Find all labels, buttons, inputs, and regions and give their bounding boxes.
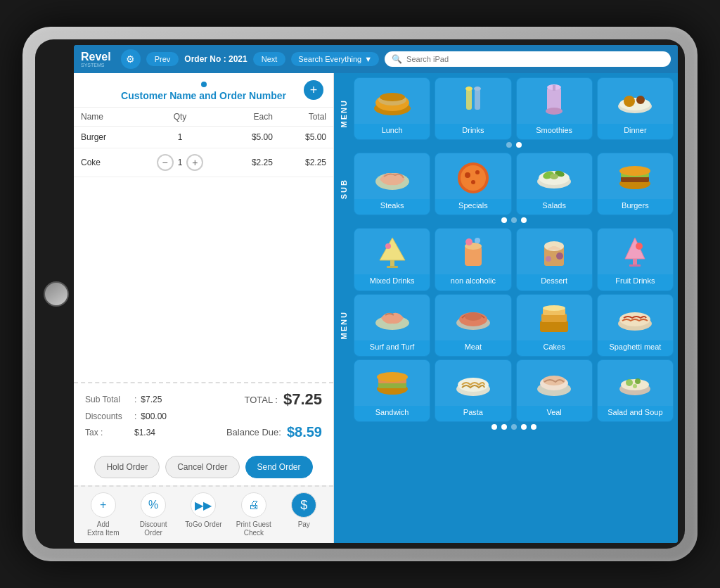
decrease-qty-button[interactable]: − bbox=[157, 154, 174, 171]
svg-point-26 bbox=[550, 174, 558, 179]
send-order-button[interactable]: Send Order bbox=[245, 456, 313, 478]
discount-icon: % bbox=[141, 492, 166, 518]
dot bbox=[501, 424, 507, 430]
surf-turf-image bbox=[354, 295, 430, 340]
menu-grid-5: Sandwich bbox=[354, 359, 674, 422]
item-total: $2.25 bbox=[280, 148, 333, 177]
discount-label: DiscountOrder bbox=[140, 520, 167, 537]
main-content: Customer Name and Order Number + Name Qt… bbox=[74, 73, 678, 543]
search-icon: 🔍 bbox=[392, 54, 402, 64]
pagination-5 bbox=[354, 422, 674, 432]
menu-item-salad-soup[interactable]: Salad and Soup bbox=[597, 359, 674, 422]
menu-item-dinner[interactable]: Dinner bbox=[597, 77, 674, 140]
add-extra-item-button[interactable]: + AddExtra Item bbox=[82, 492, 124, 537]
menu-item-mixed-drinks[interactable]: Mixed Drinks bbox=[354, 228, 430, 290]
svg-point-20 bbox=[475, 170, 480, 174]
dot bbox=[506, 142, 512, 148]
salads-label: Salads bbox=[539, 199, 569, 212]
veal-image bbox=[517, 360, 592, 406]
tax-value: $1.34 bbox=[134, 428, 155, 437]
prev-button[interactable]: Prev bbox=[146, 52, 179, 66]
togo-order-button[interactable]: ▶▶ ToGo Order bbox=[182, 492, 224, 537]
dot bbox=[521, 424, 527, 430]
menu-item-spaghetti[interactable]: Spaghetti meat bbox=[597, 294, 674, 357]
dot bbox=[511, 217, 517, 223]
svg-point-18 bbox=[461, 165, 486, 191]
menu-item-meat[interactable]: Meat bbox=[435, 294, 511, 357]
svg-point-70 bbox=[633, 384, 637, 388]
drinks-label: Drinks bbox=[459, 124, 487, 136]
table-row: Coke − 1 + $2.25 $2.25 bbox=[74, 148, 333, 177]
svg-point-69 bbox=[635, 378, 641, 384]
add-item-button[interactable]: + bbox=[304, 80, 323, 100]
specials-label: Specials bbox=[456, 199, 491, 212]
menu-item-fruit-drinks[interactable]: Fruit Drinks bbox=[597, 228, 674, 290]
tax-label: Tax : bbox=[85, 428, 134, 437]
chevron-down-icon: ▼ bbox=[364, 55, 372, 63]
search-bar: 🔍 bbox=[385, 51, 671, 67]
search-input[interactable] bbox=[406, 55, 664, 63]
menu-item-specials[interactable]: Specials bbox=[435, 153, 511, 215]
dinner-label: Dinner bbox=[621, 124, 649, 136]
dot bbox=[491, 424, 497, 430]
surf-turf-label: Surf and Turf bbox=[367, 340, 418, 353]
print-guest-check-button[interactable]: 🖨 Print GuestCheck bbox=[233, 492, 275, 537]
dot bbox=[531, 424, 536, 430]
salads-image bbox=[517, 153, 592, 199]
discount-order-button[interactable]: % DiscountOrder bbox=[132, 492, 174, 537]
hold-order-button[interactable]: Hold Order bbox=[94, 456, 160, 478]
menu-item-lunch[interactable]: Lunch bbox=[354, 77, 430, 140]
svg-rect-8 bbox=[547, 87, 561, 111]
sandwich-image bbox=[354, 360, 430, 406]
menu-item-pasta[interactable]: Pasta bbox=[435, 359, 511, 422]
svg-rect-5 bbox=[475, 89, 480, 110]
burgers-label: Burgers bbox=[619, 199, 652, 212]
menu-item-dessert[interactable]: Dessert bbox=[516, 228, 593, 290]
menu-item-burgers[interactable]: Burgers bbox=[597, 153, 674, 215]
order-totals: Sub Total : $7.25 TOTAL : $7.25 Discount… bbox=[74, 383, 333, 450]
sandwich-label: Sandwich bbox=[373, 406, 412, 418]
svg-point-38 bbox=[475, 238, 480, 243]
meat-label: Meat bbox=[462, 340, 484, 353]
mixed-drinks-image bbox=[354, 229, 430, 274]
cancel-order-button[interactable]: Cancel Order bbox=[165, 456, 239, 478]
lunch-label: Lunch bbox=[379, 124, 406, 136]
dot-active bbox=[516, 142, 522, 148]
svg-point-50 bbox=[465, 312, 482, 321]
logo-sub: SYSTEMS bbox=[81, 63, 111, 68]
drinks-image bbox=[435, 78, 510, 124]
total-display: TOTAL : $7.25 bbox=[245, 390, 323, 409]
pay-button[interactable]: $ Pay bbox=[283, 492, 325, 537]
subtotal-row: Sub Total : $7.25 TOTAL : $7.25 bbox=[85, 390, 322, 409]
specials-image bbox=[435, 153, 510, 199]
svg-point-42 bbox=[556, 253, 563, 260]
menu-item-salads[interactable]: Salads bbox=[516, 153, 593, 215]
menu-item-surf-turf[interactable]: Surf and Turf bbox=[354, 294, 430, 357]
menu-item-steaks[interactable]: Steaks bbox=[354, 153, 430, 215]
menu-item-drinks[interactable]: Drinks bbox=[435, 77, 511, 140]
gear-button[interactable]: ⚙ bbox=[121, 49, 141, 69]
menu-item-non-alcoholic[interactable]: non alcoholic bbox=[435, 228, 511, 290]
section-label-empty2 bbox=[338, 392, 351, 398]
home-button[interactable] bbox=[44, 281, 69, 307]
non-alcoholic-image bbox=[435, 229, 510, 274]
menu-item-cakes[interactable]: Cakes bbox=[516, 294, 593, 357]
next-button[interactable]: Next bbox=[253, 52, 286, 66]
menu-item-sandwich[interactable]: Sandwich bbox=[354, 359, 430, 422]
discounts-value: $00.00 bbox=[141, 411, 167, 421]
app-screen: Revel SYSTEMS ⚙ Prev Order No : 2021 Nex… bbox=[74, 45, 678, 543]
add-icon: + bbox=[91, 492, 116, 518]
menu-item-veal[interactable]: Veal bbox=[516, 359, 593, 422]
pay-label: Pay bbox=[298, 520, 310, 529]
svg-rect-10 bbox=[553, 85, 555, 91]
increase-qty-button[interactable]: + bbox=[186, 154, 203, 171]
table-row: Burger 1 $5.00 $5.00 bbox=[74, 127, 333, 148]
add-label: AddExtra Item bbox=[87, 520, 120, 537]
order-table: Name Qty Each Total Burger 1 $5.00 bbox=[74, 108, 333, 177]
search-dropdown[interactable]: Search Everything ▼ bbox=[291, 52, 379, 66]
menu-grid-2: Steaks bbox=[354, 153, 674, 215]
order-spacer bbox=[74, 177, 333, 383]
menu-grid-3: Mixed Drinks bbox=[354, 228, 674, 290]
menu-item-smoothies[interactable]: Smoothies bbox=[516, 77, 593, 140]
order-header: Customer Name and Order Number + bbox=[74, 73, 333, 108]
